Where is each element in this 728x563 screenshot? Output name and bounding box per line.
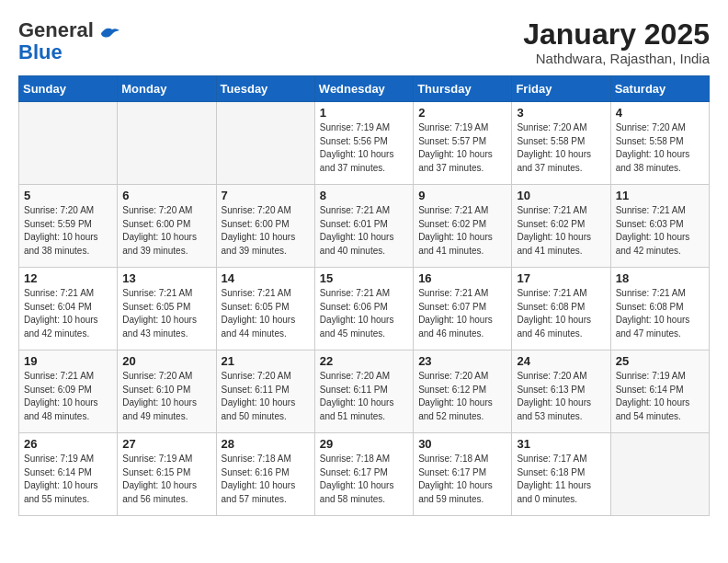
day-info: Sunrise: 7:20 AM Sunset: 6:12 PM Dayligh… (418, 370, 506, 423)
calendar-cell: 11Sunrise: 7:21 AM Sunset: 6:03 PM Dayli… (610, 185, 709, 268)
day-number: 16 (418, 271, 506, 285)
day-info: Sunrise: 7:19 AM Sunset: 6:15 PM Dayligh… (122, 453, 210, 506)
calendar-cell: 19Sunrise: 7:21 AM Sunset: 6:09 PM Dayli… (19, 350, 118, 433)
day-number: 27 (122, 437, 210, 451)
day-number: 30 (418, 437, 506, 451)
page-header: General Blue January 2025 Nathdwara, Raj… (18, 18, 710, 66)
calendar-cell (118, 102, 216, 185)
calendar-cell (19, 102, 118, 185)
column-header-monday: Monday (118, 76, 216, 102)
day-info: Sunrise: 7:18 AM Sunset: 6:17 PM Dayligh… (418, 453, 506, 506)
column-header-friday: Friday (512, 76, 610, 102)
day-number: 20 (122, 354, 210, 368)
calendar-cell: 21Sunrise: 7:20 AM Sunset: 6:11 PM Dayli… (216, 350, 314, 433)
calendar-table: SundayMondayTuesdayWednesdayThursdayFrid… (18, 75, 710, 516)
calendar-cell: 18Sunrise: 7:21 AM Sunset: 6:08 PM Dayli… (610, 268, 709, 350)
calendar-cell: 13Sunrise: 7:21 AM Sunset: 6:05 PM Dayli… (118, 268, 216, 350)
calendar-cell: 26Sunrise: 7:19 AM Sunset: 6:14 PM Dayli… (19, 433, 118, 516)
day-number: 5 (24, 189, 112, 202)
day-info: Sunrise: 7:20 AM Sunset: 6:11 PM Dayligh… (222, 370, 310, 423)
calendar-cell: 2Sunrise: 7:19 AM Sunset: 5:57 PM Daylig… (414, 102, 512, 185)
calendar-cell: 1Sunrise: 7:19 AM Sunset: 5:56 PM Daylig… (314, 102, 413, 185)
column-header-saturday: Saturday (610, 76, 709, 102)
day-number: 23 (418, 354, 506, 368)
day-info: Sunrise: 7:20 AM Sunset: 5:58 PM Dayligh… (517, 121, 605, 175)
calendar-week-row: 1Sunrise: 7:19 AM Sunset: 5:56 PM Daylig… (19, 102, 710, 185)
calendar-cell: 5Sunrise: 7:20 AM Sunset: 5:59 PM Daylig… (19, 185, 118, 268)
calendar-cell: 9Sunrise: 7:21 AM Sunset: 6:02 PM Daylig… (414, 185, 512, 268)
day-number: 6 (122, 189, 210, 202)
month-title: January 2025 (523, 18, 710, 51)
calendar-cell: 20Sunrise: 7:20 AM Sunset: 6:10 PM Dayli… (118, 350, 216, 433)
day-info: Sunrise: 7:21 AM Sunset: 6:08 PM Dayligh… (616, 287, 704, 340)
day-number: 13 (122, 271, 210, 285)
day-number: 28 (222, 437, 310, 451)
day-info: Sunrise: 7:17 AM Sunset: 6:18 PM Dayligh… (517, 453, 605, 506)
calendar-week-row: 5Sunrise: 7:20 AM Sunset: 5:59 PM Daylig… (19, 185, 710, 268)
day-number: 3 (517, 106, 605, 120)
day-info: Sunrise: 7:21 AM Sunset: 6:02 PM Dayligh… (517, 204, 605, 258)
day-info: Sunrise: 7:20 AM Sunset: 5:59 PM Dayligh… (24, 204, 112, 258)
location-subtitle: Nathdwara, Rajasthan, India (523, 51, 710, 66)
calendar-week-row: 12Sunrise: 7:21 AM Sunset: 6:04 PM Dayli… (19, 268, 710, 350)
logo: General Blue (18, 18, 119, 63)
calendar-cell: 12Sunrise: 7:21 AM Sunset: 6:04 PM Dayli… (19, 268, 118, 350)
day-number: 1 (320, 106, 408, 120)
day-info: Sunrise: 7:21 AM Sunset: 6:05 PM Dayligh… (122, 287, 210, 340)
day-number: 14 (222, 271, 310, 285)
day-info: Sunrise: 7:21 AM Sunset: 6:06 PM Dayligh… (320, 287, 408, 340)
day-info: Sunrise: 7:20 AM Sunset: 6:10 PM Dayligh… (122, 370, 210, 423)
day-number: 21 (222, 354, 310, 368)
day-info: Sunrise: 7:19 AM Sunset: 5:57 PM Dayligh… (418, 121, 506, 175)
day-number: 7 (222, 189, 310, 202)
calendar-week-row: 26Sunrise: 7:19 AM Sunset: 6:14 PM Dayli… (19, 433, 710, 516)
day-info: Sunrise: 7:20 AM Sunset: 6:11 PM Dayligh… (320, 370, 408, 423)
calendar-cell (216, 102, 314, 185)
day-info: Sunrise: 7:20 AM Sunset: 6:13 PM Dayligh… (517, 370, 605, 423)
column-header-sunday: Sunday (19, 76, 118, 102)
calendar-cell: 28Sunrise: 7:18 AM Sunset: 6:16 PM Dayli… (216, 433, 314, 516)
day-info: Sunrise: 7:20 AM Sunset: 6:00 PM Dayligh… (122, 204, 210, 258)
calendar-week-row: 19Sunrise: 7:21 AM Sunset: 6:09 PM Dayli… (19, 350, 710, 433)
day-number: 2 (418, 106, 506, 120)
day-info: Sunrise: 7:21 AM Sunset: 6:03 PM Dayligh… (616, 204, 704, 258)
calendar-cell: 8Sunrise: 7:21 AM Sunset: 6:01 PM Daylig… (314, 185, 413, 268)
calendar-cell: 17Sunrise: 7:21 AM Sunset: 6:08 PM Dayli… (512, 268, 610, 350)
day-info: Sunrise: 7:19 AM Sunset: 6:14 PM Dayligh… (616, 370, 704, 423)
title-block: January 2025 Nathdwara, Rajasthan, India (523, 18, 710, 66)
day-info: Sunrise: 7:19 AM Sunset: 6:14 PM Dayligh… (24, 453, 112, 506)
day-number: 24 (517, 354, 605, 368)
column-header-thursday: Thursday (414, 76, 512, 102)
day-number: 29 (320, 437, 408, 451)
calendar-cell: 16Sunrise: 7:21 AM Sunset: 6:07 PM Dayli… (414, 268, 512, 350)
day-number: 12 (24, 271, 112, 285)
day-number: 26 (24, 437, 112, 451)
day-info: Sunrise: 7:19 AM Sunset: 5:56 PM Dayligh… (320, 121, 408, 175)
day-number: 17 (517, 271, 605, 285)
day-info: Sunrise: 7:21 AM Sunset: 6:08 PM Dayligh… (517, 287, 605, 340)
calendar-cell: 14Sunrise: 7:21 AM Sunset: 6:05 PM Dayli… (216, 268, 314, 350)
day-info: Sunrise: 7:20 AM Sunset: 5:58 PM Dayligh… (616, 121, 704, 175)
logo-general-text: General (18, 18, 94, 41)
calendar-cell: 23Sunrise: 7:20 AM Sunset: 6:12 PM Dayli… (414, 350, 512, 433)
day-info: Sunrise: 7:21 AM Sunset: 6:04 PM Dayligh… (24, 287, 112, 340)
day-info: Sunrise: 7:21 AM Sunset: 6:09 PM Dayligh… (24, 370, 112, 423)
calendar-cell (610, 433, 709, 516)
day-number: 22 (320, 354, 408, 368)
day-number: 25 (616, 354, 704, 368)
calendar-cell: 24Sunrise: 7:20 AM Sunset: 6:13 PM Dayli… (512, 350, 610, 433)
calendar-cell: 7Sunrise: 7:20 AM Sunset: 6:00 PM Daylig… (216, 185, 314, 268)
column-header-tuesday: Tuesday (216, 76, 314, 102)
calendar-cell: 3Sunrise: 7:20 AM Sunset: 5:58 PM Daylig… (512, 102, 610, 185)
day-info: Sunrise: 7:21 AM Sunset: 6:02 PM Dayligh… (418, 204, 506, 258)
calendar-cell: 6Sunrise: 7:20 AM Sunset: 6:00 PM Daylig… (118, 185, 216, 268)
calendar-cell: 22Sunrise: 7:20 AM Sunset: 6:11 PM Dayli… (314, 350, 413, 433)
calendar-cell: 27Sunrise: 7:19 AM Sunset: 6:15 PM Dayli… (118, 433, 216, 516)
calendar-cell: 31Sunrise: 7:17 AM Sunset: 6:18 PM Dayli… (512, 433, 610, 516)
calendar-cell: 30Sunrise: 7:18 AM Sunset: 6:17 PM Dayli… (414, 433, 512, 516)
day-info: Sunrise: 7:20 AM Sunset: 6:00 PM Dayligh… (222, 204, 310, 258)
day-number: 9 (418, 189, 506, 202)
day-info: Sunrise: 7:21 AM Sunset: 6:07 PM Dayligh… (418, 287, 506, 340)
day-info: Sunrise: 7:18 AM Sunset: 6:17 PM Dayligh… (320, 453, 408, 506)
day-number: 4 (616, 106, 704, 120)
